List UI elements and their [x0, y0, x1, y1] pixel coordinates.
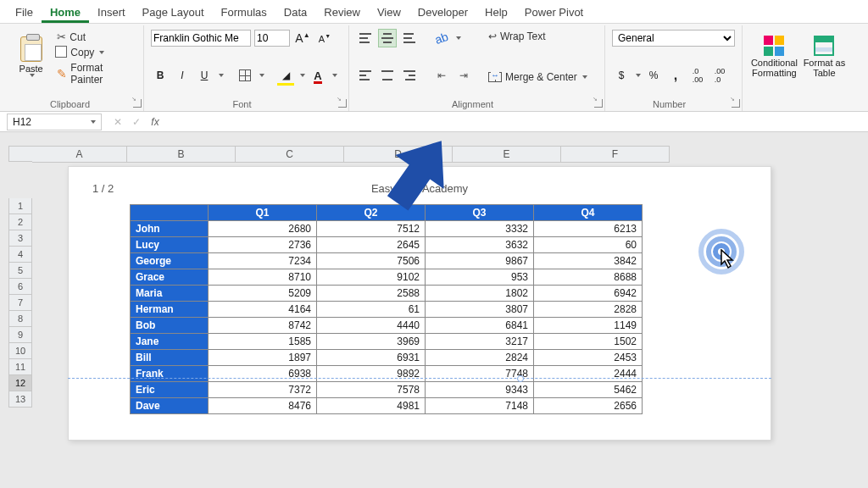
- tab-file[interactable]: File: [7, 3, 42, 23]
- cell[interactable]: 2680: [209, 221, 317, 237]
- increase-indent-button[interactable]: ⇥: [454, 66, 473, 85]
- font-name-combo[interactable]: [151, 30, 251, 47]
- borders-button[interactable]: [236, 66, 254, 85]
- formula-input[interactable]: [164, 114, 868, 130]
- table-row[interactable]: Lucy27362645363260: [131, 237, 643, 253]
- table-row[interactable]: Herman41646138072828: [131, 302, 643, 318]
- cell[interactable]: 1502: [534, 334, 643, 350]
- row-name[interactable]: Frank: [131, 366, 209, 382]
- underline-button[interactable]: U: [195, 66, 214, 85]
- cell[interactable]: 2736: [209, 237, 317, 253]
- table-row[interactable]: John2680751233326213: [131, 221, 643, 237]
- cell[interactable]: 8688: [534, 269, 643, 286]
- table-row[interactable]: Grace871091029538688: [131, 269, 643, 286]
- cell[interactable]: 7234: [209, 253, 317, 269]
- cancel-formula-button[interactable]: ✕: [108, 116, 127, 128]
- cell[interactable]: 9343: [426, 382, 534, 398]
- insert-function-button[interactable]: fx: [146, 116, 164, 128]
- decrease-decimal-button[interactable]: .00.0: [710, 66, 729, 85]
- cell[interactable]: 7148: [426, 398, 534, 414]
- header-Q1[interactable]: Q1: [209, 205, 317, 221]
- cell[interactable]: 2828: [534, 302, 643, 318]
- cell[interactable]: 5209: [209, 286, 317, 302]
- cell[interactable]: 9102: [317, 269, 426, 286]
- tab-formulas[interactable]: Formulas: [213, 3, 275, 23]
- cell[interactable]: 9892: [317, 366, 426, 382]
- cell[interactable]: 2453: [534, 350, 643, 366]
- increase-decimal-button[interactable]: .0.00: [688, 66, 707, 85]
- copy-button[interactable]: Copy: [53, 45, 136, 60]
- cell[interactable]: 7372: [209, 382, 317, 398]
- table-row[interactable]: Dave8476498171482656: [131, 398, 643, 414]
- font-color-button[interactable]: A: [309, 66, 327, 85]
- cell[interactable]: 8710: [209, 269, 317, 286]
- column-header-C[interactable]: C: [236, 147, 344, 162]
- table-row[interactable]: Frank6938989277482444: [131, 366, 643, 382]
- dialog-launcher-icon[interactable]: [732, 99, 740, 108]
- row-name[interactable]: Grace: [131, 269, 209, 286]
- cell[interactable]: 2588: [317, 286, 426, 302]
- cell[interactable]: 2824: [426, 350, 534, 366]
- cell[interactable]: 953: [426, 269, 534, 286]
- row-header-13[interactable]: 13: [9, 391, 32, 408]
- cell[interactable]: 7506: [317, 253, 426, 269]
- table-row[interactable]: Eric7372757893435462: [131, 382, 643, 398]
- row-header-1[interactable]: 1: [9, 198, 32, 214]
- cell[interactable]: 9867: [426, 253, 534, 269]
- table-row[interactable]: Maria5209258818026942: [131, 286, 643, 302]
- row-name[interactable]: Jane: [131, 334, 209, 350]
- cell[interactable]: 7578: [317, 382, 426, 398]
- column-header-E[interactable]: E: [453, 147, 561, 162]
- name-box[interactable]: H12: [7, 114, 102, 130]
- column-header-B[interactable]: B: [127, 147, 236, 162]
- row-header-7[interactable]: 7: [9, 295, 32, 311]
- accounting-format-button[interactable]: $: [612, 66, 631, 85]
- italic-button[interactable]: I: [173, 66, 192, 85]
- cell[interactable]: 3632: [426, 237, 534, 253]
- table-row[interactable]: Jane1585396932171502: [131, 334, 643, 350]
- cell[interactable]: 3842: [534, 253, 643, 269]
- cell[interactable]: 1802: [426, 286, 534, 302]
- dialog-launcher-icon[interactable]: [338, 99, 347, 108]
- row-name[interactable]: Bill: [131, 350, 209, 366]
- fill-color-button[interactable]: ◢: [276, 66, 295, 85]
- select-all-button[interactable]: [8, 146, 32, 162]
- format-as-table-button[interactable]: Format as Table: [803, 29, 846, 85]
- cut-button[interactable]: ✂Cut: [53, 29, 136, 45]
- bold-button[interactable]: B: [151, 66, 170, 85]
- page-header[interactable]: 1 / 2 EasyClick Academy: [75, 177, 764, 199]
- cell[interactable]: 6213: [534, 221, 643, 237]
- cell[interactable]: 8742: [209, 318, 317, 334]
- cell[interactable]: 6938: [209, 366, 317, 382]
- wrap-text-button[interactable]: ↩Wrap Text: [485, 29, 591, 44]
- cell[interactable]: 1585: [209, 334, 317, 350]
- cell[interactable]: 8476: [209, 398, 317, 414]
- align-bottom-button[interactable]: [400, 29, 419, 47]
- tab-page-layout[interactable]: Page Layout: [134, 3, 213, 23]
- cell[interactable]: 6931: [317, 350, 426, 366]
- row-header-4[interactable]: 4: [9, 247, 32, 263]
- table-row[interactable]: Bob8742444068411149: [131, 318, 643, 334]
- cell[interactable]: 3807: [426, 302, 534, 318]
- row-header-11[interactable]: 11: [9, 359, 32, 375]
- cell[interactable]: 6942: [534, 286, 643, 302]
- tab-home[interactable]: Home: [42, 3, 89, 23]
- align-middle-button[interactable]: [378, 29, 397, 47]
- row-name[interactable]: Herman: [131, 302, 209, 318]
- tab-data[interactable]: Data: [275, 3, 315, 23]
- cell[interactable]: 60: [534, 237, 643, 253]
- row-header-9[interactable]: 9: [9, 327, 32, 343]
- number-format-combo[interactable]: General: [612, 30, 735, 47]
- align-right-button[interactable]: [400, 66, 419, 85]
- align-left-button[interactable]: [356, 66, 375, 85]
- cell[interactable]: 2444: [534, 366, 643, 382]
- cell[interactable]: 1149: [534, 318, 643, 334]
- cell[interactable]: 3217: [426, 334, 534, 350]
- font-size-combo[interactable]: [254, 30, 290, 47]
- align-top-button[interactable]: [356, 29, 375, 47]
- table-row[interactable]: George7234750698673842: [131, 253, 643, 269]
- row-name[interactable]: George: [131, 253, 209, 269]
- row-name[interactable]: Dave: [131, 398, 209, 414]
- cell[interactable]: 1897: [209, 350, 317, 366]
- cell[interactable]: 2656: [534, 398, 643, 414]
